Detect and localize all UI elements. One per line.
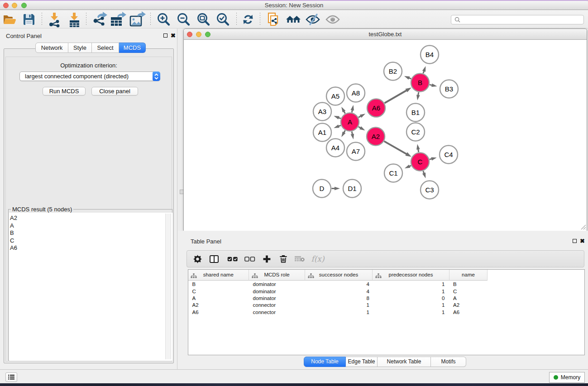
resize-grip-icon[interactable] bbox=[580, 224, 586, 230]
import-table-button[interactable] bbox=[66, 11, 84, 28]
function-builder-button[interactable]: f(x) bbox=[308, 251, 327, 267]
table-cell[interactable]: 1 bbox=[305, 302, 369, 309]
graph-node-C1[interactable]: C1 bbox=[384, 164, 402, 182]
mcds-result-list[interactable]: A2ABCA6 bbox=[9, 213, 172, 361]
table-cell[interactable]: A6 bbox=[453, 309, 488, 316]
table-cell[interactable]: 4 bbox=[305, 288, 369, 295]
graph-node-A3[interactable]: A3 bbox=[313, 103, 331, 121]
graph-node-B[interactable]: B bbox=[411, 74, 429, 92]
tab-node-table[interactable]: Node Table bbox=[304, 357, 346, 367]
table-cell[interactable]: A bbox=[453, 295, 488, 302]
column-header-successor-nodes[interactable]: successor nodes bbox=[305, 270, 373, 281]
delete-column-button[interactable] bbox=[276, 251, 291, 267]
first-neighbors-button[interactable] bbox=[284, 11, 302, 28]
table-cell[interactable]: 1 bbox=[373, 302, 445, 309]
tab-motifs[interactable]: Motifs bbox=[431, 357, 466, 367]
table-cell[interactable]: 1 bbox=[373, 281, 445, 288]
graph-node-A5[interactable]: A5 bbox=[326, 87, 344, 105]
float-panel-icon[interactable] bbox=[163, 33, 167, 38]
result-item[interactable]: A6 bbox=[10, 244, 172, 252]
show-all-button[interactable] bbox=[324, 11, 342, 28]
result-item[interactable]: B bbox=[10, 229, 172, 237]
duplicate-network-button[interactable] bbox=[265, 11, 283, 28]
graph-node-C4[interactable]: C4 bbox=[440, 146, 458, 164]
run-mcds-button[interactable]: Run MCDS bbox=[43, 87, 86, 95]
export-network-button[interactable] bbox=[91, 11, 109, 28]
hide-selected-button[interactable] bbox=[304, 11, 322, 28]
minimize-window-light[interactable] bbox=[196, 32, 201, 37]
graph-node-A8[interactable]: A8 bbox=[347, 84, 365, 102]
table-cell[interactable]: connector bbox=[253, 302, 306, 309]
zoom-window-light[interactable] bbox=[205, 32, 210, 37]
close-panel-button[interactable]: Close panel bbox=[91, 87, 138, 95]
table-cell[interactable]: dominator bbox=[253, 288, 306, 295]
close-panel-icon[interactable]: ✖ bbox=[171, 33, 176, 38]
add-column-button[interactable] bbox=[259, 251, 274, 267]
export-table-button[interactable] bbox=[109, 11, 127, 28]
table-cell[interactable]: B bbox=[192, 281, 249, 288]
tab-network[interactable]: Network bbox=[35, 43, 68, 53]
column-header-MCDS-role[interactable]: MCDS role bbox=[249, 270, 305, 281]
result-item[interactable]: A bbox=[10, 222, 172, 230]
graph-node-B2[interactable]: B2 bbox=[384, 62, 402, 81]
result-item[interactable]: A2 bbox=[10, 214, 172, 222]
graph-node-D1[interactable]: D1 bbox=[343, 180, 361, 198]
delete-table-button[interactable] bbox=[292, 251, 307, 267]
table-cell[interactable]: A2 bbox=[453, 302, 488, 309]
table-cell[interactable]: A6 bbox=[192, 309, 249, 316]
graph-node-D[interactable]: D bbox=[313, 180, 331, 198]
node-table[interactable]: shared nameMCDS rolesuccessor nodesprede… bbox=[188, 269, 585, 355]
graph-node-A7[interactable]: A7 bbox=[347, 143, 365, 161]
graph-node-A4[interactable]: A4 bbox=[326, 139, 344, 157]
zoom-out-button[interactable] bbox=[174, 11, 192, 28]
graph-node-B1[interactable]: B1 bbox=[406, 104, 425, 122]
tab-network-table[interactable]: Network Table bbox=[378, 357, 431, 367]
split-columns-button[interactable] bbox=[206, 251, 222, 267]
graph-node-A6[interactable]: A6 bbox=[367, 99, 385, 117]
unselect-all-button[interactable] bbox=[242, 251, 258, 267]
memory-button[interactable]: Memory bbox=[549, 372, 585, 383]
tab-mcds[interactable]: MCDS bbox=[119, 43, 146, 53]
table-cell[interactable]: A bbox=[192, 295, 249, 302]
import-network-button[interactable] bbox=[46, 11, 64, 28]
table-settings-button[interactable] bbox=[190, 251, 205, 267]
column-header-predecessor-nodes[interactable]: predecessor nodes bbox=[373, 270, 449, 281]
save-session-button[interactable] bbox=[20, 11, 38, 28]
apply-layout-button[interactable] bbox=[239, 11, 257, 28]
tab-style[interactable]: Style bbox=[68, 43, 92, 53]
table-cell[interactable]: C bbox=[192, 288, 249, 295]
task-history-button[interactable] bbox=[5, 372, 17, 382]
table-cell[interactable]: 0 bbox=[373, 295, 445, 302]
close-panel-icon[interactable]: ✖ bbox=[580, 238, 585, 243]
graph-node-A1[interactable]: A1 bbox=[313, 124, 331, 142]
minimize-window-light[interactable] bbox=[12, 3, 17, 8]
graph-node-A2[interactable]: A2 bbox=[367, 128, 385, 146]
table-cell[interactable]: B bbox=[453, 281, 488, 288]
table-cell[interactable]: 1 bbox=[373, 309, 445, 316]
zoom-fit-button[interactable] bbox=[194, 11, 212, 28]
table-cell[interactable]: 8 bbox=[305, 295, 369, 302]
edge-A6-B[interactable] bbox=[385, 90, 407, 103]
table-cell[interactable]: A2 bbox=[192, 302, 249, 309]
close-window-light[interactable] bbox=[3, 3, 9, 8]
graph-node-A[interactable]: A bbox=[341, 113, 359, 131]
zoom-window-light[interactable] bbox=[21, 3, 27, 8]
table-cell[interactable]: dominator bbox=[253, 281, 306, 288]
network-canvas[interactable]: B4B2BB3B1A5A8A6A3AA1A2A4A7C2CC4C1C3DD1 bbox=[184, 40, 587, 231]
float-panel-icon[interactable] bbox=[573, 239, 577, 243]
zoom-in-button[interactable] bbox=[154, 11, 172, 28]
table-cell[interactable]: C bbox=[453, 288, 488, 295]
result-list-scrollbar[interactable] bbox=[165, 214, 171, 359]
open-session-button[interactable] bbox=[0, 11, 19, 28]
export-image-button[interactable] bbox=[128, 11, 146, 28]
zoom-selected-button[interactable] bbox=[214, 11, 232, 28]
column-header-shared-name[interactable]: shared name bbox=[188, 270, 249, 281]
tab-select[interactable]: Select bbox=[92, 43, 119, 53]
search-input[interactable] bbox=[463, 16, 583, 24]
table-cell[interactable]: 4 bbox=[305, 281, 369, 288]
table-cell[interactable]: dominator bbox=[253, 295, 306, 302]
criterion-dropdown[interactable]: largest connected component (directed) bbox=[19, 71, 160, 81]
result-item[interactable]: C bbox=[10, 237, 172, 245]
tab-edge-table[interactable]: Edge Table bbox=[346, 357, 378, 367]
column-header-name[interactable]: name bbox=[449, 270, 488, 281]
